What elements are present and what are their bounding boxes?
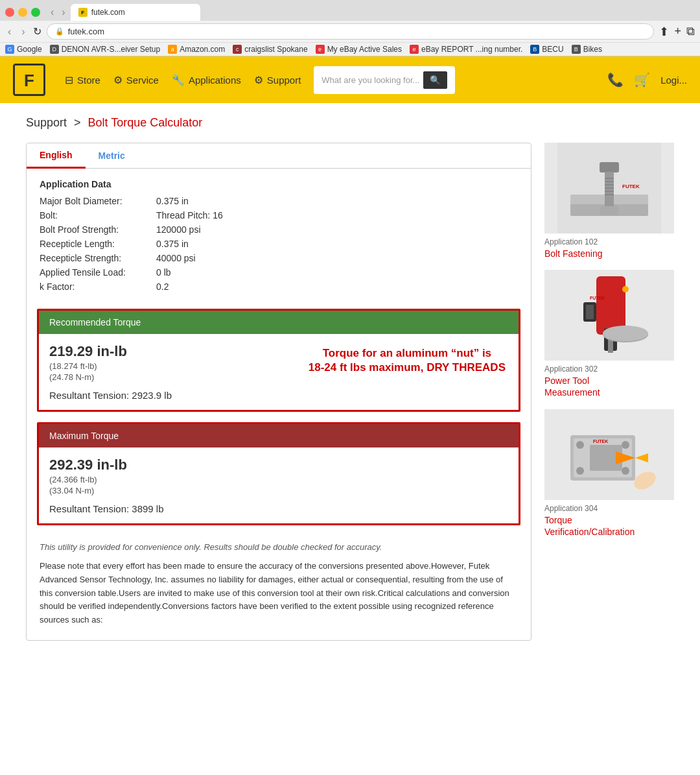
forward-button[interactable]: ›: [59, 5, 67, 19]
breadcrumb-current: Bolt Torque Calculator: [88, 116, 203, 129]
bookmark-bikes[interactable]: B Bikes: [572, 45, 602, 54]
bookmark-label-denon: DENON AVR-S...eiver Setup: [62, 45, 161, 54]
close-window-button[interactable]: [5, 8, 14, 17]
logo-icon: F: [16, 67, 42, 93]
data-row-recepticle-strength: Recepticle Strength: 40000 psi: [40, 253, 518, 263]
svg-rect-6: [605, 172, 614, 208]
back-button-2[interactable]: ‹: [5, 25, 14, 39]
torque-note-area: Torque for an aluminum “nut” is 18-24 ft…: [240, 334, 519, 410]
bookmark-google[interactable]: G Google: [5, 45, 42, 54]
main-content: English Metric Application Data Major Bo…: [0, 136, 700, 654]
bookmark-label-google: Google: [17, 45, 42, 54]
data-value-recepticle-strength: 40000 psi: [156, 253, 196, 263]
header-right: 📞 🛒 Logi...: [607, 72, 687, 88]
bookmark-favicon-ebay-sales: e: [316, 45, 325, 54]
data-row-recepticle-length: Recepticle Length: 0.375 in: [40, 239, 518, 249]
search-bar[interactable]: What are you looking for... 🔍: [314, 66, 455, 94]
bookmark-favicon-ebay-report: e: [410, 45, 419, 54]
new-tab-button[interactable]: +: [674, 25, 681, 38]
nav-store-label: Store: [77, 75, 100, 86]
recommended-torque-header: Recommended Torque: [39, 311, 519, 334]
sidebar-app-102[interactable]: FUTEK Application 102 Bolt Fastening: [544, 143, 674, 259]
data-value-bolt: Thread Pitch: 16: [156, 210, 223, 221]
tabs-overview-button[interactable]: ⧉: [686, 25, 695, 38]
data-row-diameter: Major Bolt Diameter: 0.375 in: [40, 196, 518, 206]
maximize-window-button[interactable]: [31, 8, 40, 17]
app-302-title: Power ToolMeasurement: [544, 375, 674, 398]
cart-icon[interactable]: 🛒: [634, 72, 650, 88]
data-label-recepticle-strength: Recepticle Strength:: [40, 253, 156, 263]
bookmark-favicon-denon: D: [50, 45, 59, 54]
bookmark-favicon-bikes: B: [572, 45, 581, 54]
data-label-proof: Bolt Proof Strength:: [40, 224, 156, 235]
nav-support[interactable]: ⚙ Support: [254, 74, 301, 86]
back-button[interactable]: ‹: [48, 5, 56, 19]
tab-metric[interactable]: Metric: [86, 143, 138, 168]
phone-icon[interactable]: 📞: [607, 72, 624, 88]
recommended-torque-block: Recommended Torque 219.29 in-lb (18.274 …: [37, 309, 520, 412]
maximum-torque-sub2: (33.04 N-m): [49, 486, 508, 495]
data-label-recepticle-length: Recepticle Length:: [40, 239, 156, 249]
search-button[interactable]: 🔍: [423, 71, 447, 89]
sidebar-app-302[interactable]: FUTEK Application 302 Power ToolMeasurem…: [544, 270, 674, 398]
forward-button-2[interactable]: ›: [19, 25, 27, 39]
data-label-bolt: Bolt:: [40, 210, 156, 221]
bookmark-amazon[interactable]: a Amazon.com: [168, 45, 225, 54]
bookmark-becu[interactable]: B BECU: [530, 45, 563, 54]
recommended-torque-sub1: (18.274 ft-lb): [49, 361, 229, 371]
bookmark-ebay-report[interactable]: e eBay REPORT ...ing number.: [410, 45, 522, 54]
address-bar[interactable]: 🔒 futek.com: [47, 23, 655, 40]
torque-verification-illustration: FUTEK: [557, 409, 661, 500]
nav-store[interactable]: ⊟ Store: [65, 74, 100, 86]
data-label-kfactor: k Factor:: [40, 281, 156, 292]
app-304-num: Application 304: [544, 500, 674, 514]
svg-point-29: [576, 467, 584, 475]
bookmark-ebay-sales[interactable]: e My eBay Active Sales: [316, 45, 402, 54]
nav-service-label: Service: [126, 75, 159, 86]
main-nav: ⊟ Store ⚙ Service 🔧 Applications ⚙ Suppo…: [65, 66, 588, 94]
bookmark-denon[interactable]: D DENON AVR-S...eiver Setup: [50, 45, 161, 54]
bolt-fastening-illustration: FUTEK: [557, 143, 661, 233]
sidebar-img-102: FUTEK: [544, 143, 674, 233]
refresh-button[interactable]: ↻: [33, 25, 41, 38]
minimize-window-button[interactable]: [18, 8, 27, 17]
tab-english[interactable]: English: [27, 143, 86, 169]
breadcrumb-separator: >: [74, 116, 81, 129]
bookmark-label-bikes: Bikes: [583, 45, 602, 54]
bookmark-label-craigslist: craigslist Spokane: [244, 45, 307, 54]
recommended-torque-value: 219.29 in-lb: [49, 343, 229, 360]
disclaimer-italic: This utility is provided for convenience…: [27, 536, 531, 556]
login-button[interactable]: Logi...: [660, 75, 687, 86]
svg-point-28: [576, 441, 584, 449]
site-header: F ⊟ Store ⚙ Service 🔧 Applications ⚙ Sup…: [0, 56, 700, 103]
svg-rect-13: [600, 206, 618, 215]
torque-note: Torque for an aluminum “nut” is 18-24 ft…: [302, 346, 512, 374]
breadcrumb: Support > Bolt Torque Calculator: [0, 103, 700, 136]
tab-label: futek.com: [91, 8, 125, 17]
service-icon: ⚙: [113, 74, 122, 86]
sidebar: FUTEK Application 102 Bolt Fastening: [544, 143, 674, 548]
data-row-bolt: Bolt: Thread Pitch: 16: [40, 210, 518, 221]
data-label-tensile: Applied Tensile Load:: [40, 267, 156, 278]
recommended-torque-tension: Resultant Tension: 2923.9 lb: [49, 390, 229, 401]
active-tab[interactable]: F futek.com: [71, 4, 200, 21]
svg-text:F: F: [24, 71, 34, 90]
tabs-row: English Metric: [27, 143, 531, 169]
bookmark-favicon-craigslist: c: [233, 45, 242, 54]
maximum-torque-block: Maximum Torque 292.39 in-lb (24.366 ft-l…: [37, 422, 520, 525]
store-icon: ⊟: [65, 74, 73, 86]
nav-applications[interactable]: 🔧 Applications: [172, 74, 241, 86]
nav-service[interactable]: ⚙ Service: [113, 74, 159, 86]
site-logo[interactable]: F: [13, 64, 45, 96]
bookmark-label-amazon: Amazon.com: [180, 45, 225, 54]
sidebar-app-304[interactable]: FUTEK Application 304 TorqueVerification…: [544, 409, 674, 538]
svg-point-22: [603, 326, 648, 341]
lock-icon: 🔒: [55, 27, 64, 36]
bookmark-craigslist[interactable]: c craigslist Spokane: [233, 45, 307, 54]
breadcrumb-parent[interactable]: Support: [26, 116, 67, 129]
sidebar-img-302: FUTEK: [544, 270, 674, 361]
app-data-title: Application Data: [40, 179, 518, 189]
share-button[interactable]: ⬆: [659, 25, 669, 39]
nav-applications-label: Applications: [189, 75, 241, 86]
bookmark-label-becu: BECU: [542, 45, 563, 54]
